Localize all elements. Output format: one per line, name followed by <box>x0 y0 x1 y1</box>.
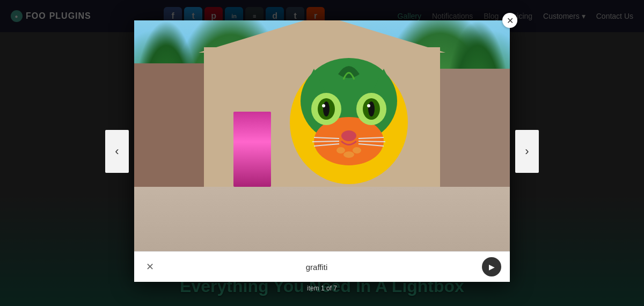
lightbox-image-content <box>134 20 510 251</box>
lightbox-next-button[interactable]: › <box>515 130 539 173</box>
lightbox: ✕ ‹ › <box>134 20 510 282</box>
wall-left <box>134 63 209 187</box>
lightbox-play-button[interactable]: ▶ <box>482 257 501 276</box>
lightbox-prev-button[interactable]: ‹ <box>105 130 129 173</box>
door <box>233 112 271 187</box>
svg-point-21 <box>353 147 361 154</box>
lightbox-caption: graffiti <box>157 263 477 272</box>
svg-line-16 <box>358 141 385 142</box>
lightbox-counter: item 1 of 7 <box>307 285 337 292</box>
wall-right <box>440 69 510 187</box>
svg-point-9 <box>368 101 375 116</box>
svg-point-10 <box>367 104 370 107</box>
svg-point-6 <box>322 104 325 107</box>
svg-point-5 <box>323 101 330 116</box>
lightbox-image <box>134 20 510 251</box>
lightbox-close-bottom-button[interactable]: ✕ <box>143 260 157 274</box>
cat-mural <box>279 47 419 187</box>
svg-line-13 <box>312 141 339 142</box>
lightbox-bottom-bar: ✕ graffiti ▶ <box>134 251 510 282</box>
svg-point-22 <box>343 151 354 158</box>
lightbox-close-top-button[interactable]: ✕ <box>502 13 517 28</box>
svg-point-20 <box>336 147 345 154</box>
svg-point-11 <box>341 130 356 141</box>
ground <box>134 187 510 251</box>
